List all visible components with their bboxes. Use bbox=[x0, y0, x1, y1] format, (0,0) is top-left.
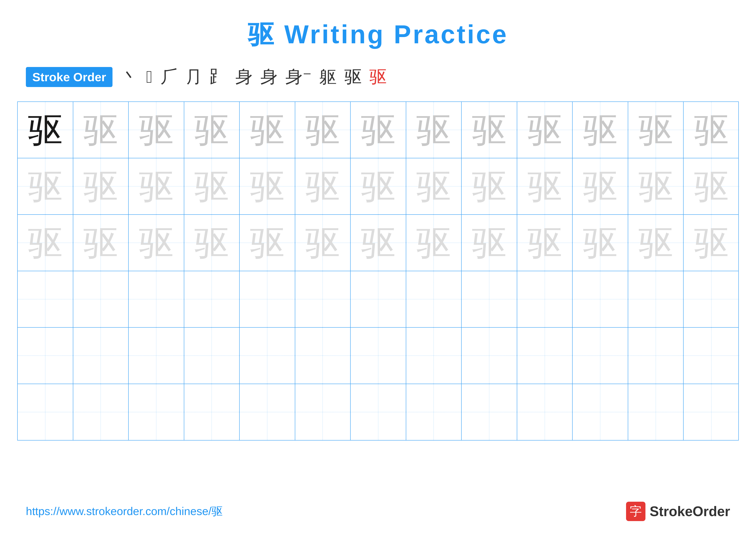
grid-cell-5-5[interactable] bbox=[240, 328, 295, 384]
grid-cell-3-5[interactable]: 驱 bbox=[240, 215, 295, 271]
stroke-order-badge: Stroke Order bbox=[26, 67, 113, 87]
grid-cell-6-7[interactable] bbox=[351, 384, 406, 440]
footer-url[interactable]: https://www.strokeorder.com/chinese/驱 bbox=[26, 504, 223, 519]
grid-cell-3-9[interactable]: 驱 bbox=[462, 215, 517, 271]
grid-cell-6-4[interactable] bbox=[184, 384, 240, 440]
grid-cell-1-1[interactable]: 驱 bbox=[18, 102, 73, 158]
grid-cell-4-13[interactable] bbox=[684, 271, 739, 327]
grid-cell-3-11[interactable]: 驱 bbox=[573, 215, 628, 271]
grid-cell-4-7[interactable] bbox=[351, 271, 406, 327]
grid-cell-5-10[interactable] bbox=[517, 328, 573, 384]
grid-cell-1-8[interactable]: 驱 bbox=[406, 102, 462, 158]
grid-cell-3-6[interactable]: 驱 bbox=[295, 215, 351, 271]
grid-cell-2-4[interactable]: 驱 bbox=[184, 158, 240, 214]
grid-cell-1-5[interactable]: 驱 bbox=[240, 102, 295, 158]
grid-cell-5-1[interactable] bbox=[18, 328, 73, 384]
grid-cell-6-2[interactable] bbox=[73, 384, 129, 440]
grid-cell-3-3[interactable]: 驱 bbox=[129, 215, 184, 271]
grid-cell-6-5[interactable] bbox=[240, 384, 295, 440]
grid-cell-4-9[interactable] bbox=[462, 271, 517, 327]
grid-cell-1-4[interactable]: 驱 bbox=[184, 102, 240, 158]
grid-cell-1-2[interactable]: 驱 bbox=[73, 102, 129, 158]
character-guide: 驱 bbox=[305, 113, 340, 147]
grid-cell-5-9[interactable] bbox=[462, 328, 517, 384]
grid-cell-1-9[interactable]: 驱 bbox=[462, 102, 517, 158]
grid-cell-3-10[interactable]: 驱 bbox=[517, 215, 573, 271]
grid-cell-2-7[interactable]: 驱 bbox=[351, 158, 406, 214]
footer-logo: 字 StrokeOrder bbox=[626, 502, 730, 521]
grid-cell-6-13[interactable] bbox=[684, 384, 739, 440]
grid-cell-3-8[interactable]: 驱 bbox=[406, 215, 462, 271]
grid-cell-6-1[interactable] bbox=[18, 384, 73, 440]
grid-cell-6-12[interactable] bbox=[628, 384, 684, 440]
grid-cell-3-2[interactable]: 驱 bbox=[73, 215, 129, 271]
character-guide: 驱 bbox=[638, 113, 673, 147]
character-guide: 驱 bbox=[361, 225, 395, 260]
grid-cell-6-6[interactable] bbox=[295, 384, 351, 440]
grid-cell-5-12[interactable] bbox=[628, 328, 684, 384]
grid-row-5 bbox=[18, 328, 738, 384]
grid-cell-5-4[interactable] bbox=[184, 328, 240, 384]
grid-cell-1-6[interactable]: 驱 bbox=[295, 102, 351, 158]
grid-cell-2-1[interactable]: 驱 bbox=[18, 158, 73, 214]
grid-cell-5-3[interactable] bbox=[129, 328, 184, 384]
grid-cell-3-13[interactable]: 驱 bbox=[684, 215, 739, 271]
grid-cell-5-11[interactable] bbox=[573, 328, 628, 384]
grid-cell-2-3[interactable]: 驱 bbox=[129, 158, 184, 214]
character-guide: 驱 bbox=[694, 169, 729, 204]
grid-cell-6-10[interactable] bbox=[517, 384, 573, 440]
grid-cell-6-9[interactable] bbox=[462, 384, 517, 440]
grid-cell-1-11[interactable]: 驱 bbox=[573, 102, 628, 158]
grid-cell-5-8[interactable] bbox=[406, 328, 462, 384]
footer: https://www.strokeorder.com/chinese/驱 字 … bbox=[0, 502, 756, 521]
grid-cell-3-1[interactable]: 驱 bbox=[18, 215, 73, 271]
character-guide: 驱 bbox=[305, 225, 340, 260]
grid-cell-4-11[interactable] bbox=[573, 271, 628, 327]
grid-cell-4-2[interactable] bbox=[73, 271, 129, 327]
grid-cell-4-5[interactable] bbox=[240, 271, 295, 327]
grid-cell-4-12[interactable] bbox=[628, 271, 684, 327]
character-guide: 驱 bbox=[417, 169, 451, 204]
grid-cell-2-8[interactable]: 驱 bbox=[406, 158, 462, 214]
grid-cell-1-13[interactable]: 驱 bbox=[684, 102, 739, 158]
grid-cell-2-6[interactable]: 驱 bbox=[295, 158, 351, 214]
stroke-4: ⺆ bbox=[185, 65, 202, 89]
grid-cell-1-12[interactable]: 驱 bbox=[628, 102, 684, 158]
grid-cell-2-11[interactable]: 驱 bbox=[573, 158, 628, 214]
character-guide: 驱 bbox=[194, 225, 229, 260]
grid-cell-6-8[interactable] bbox=[406, 384, 462, 440]
character-guide: 驱 bbox=[527, 113, 562, 147]
grid-cell-5-2[interactable] bbox=[73, 328, 129, 384]
grid-cell-5-6[interactable] bbox=[295, 328, 351, 384]
grid-cell-2-13[interactable]: 驱 bbox=[684, 158, 739, 214]
grid-cell-2-12[interactable]: 驱 bbox=[628, 158, 684, 214]
grid-cell-1-7[interactable]: 驱 bbox=[351, 102, 406, 158]
grid-cell-4-8[interactable] bbox=[406, 271, 462, 327]
grid-cell-6-11[interactable] bbox=[573, 384, 628, 440]
grid-cell-3-4[interactable]: 驱 bbox=[184, 215, 240, 271]
character-guide: 驱 bbox=[638, 225, 673, 260]
grid-cell-2-2[interactable]: 驱 bbox=[73, 158, 129, 214]
grid-cell-3-12[interactable]: 驱 bbox=[628, 215, 684, 271]
grid-cell-1-3[interactable]: 驱 bbox=[129, 102, 184, 158]
grid-row-4 bbox=[18, 271, 738, 328]
grid-cell-4-10[interactable] bbox=[517, 271, 573, 327]
character-guide: 驱 bbox=[583, 113, 617, 147]
grid-cell-4-4[interactable] bbox=[184, 271, 240, 327]
grid-cell-5-7[interactable] bbox=[351, 328, 406, 384]
stroke-11: 驱 bbox=[369, 65, 387, 89]
grid-cell-1-10[interactable]: 驱 bbox=[517, 102, 573, 158]
stroke-9: 躯 bbox=[319, 65, 337, 89]
character-guide: 驱 bbox=[194, 113, 229, 147]
grid-cell-4-3[interactable] bbox=[129, 271, 184, 327]
character-guide: 驱 bbox=[361, 113, 395, 147]
grid-cell-2-10[interactable]: 驱 bbox=[517, 158, 573, 214]
grid-cell-2-9[interactable]: 驱 bbox=[462, 158, 517, 214]
character-guide: 驱 bbox=[139, 225, 174, 260]
grid-cell-3-7[interactable]: 驱 bbox=[351, 215, 406, 271]
grid-cell-2-5[interactable]: 驱 bbox=[240, 158, 295, 214]
grid-cell-6-3[interactable] bbox=[129, 384, 184, 440]
grid-cell-4-6[interactable] bbox=[295, 271, 351, 327]
grid-cell-4-1[interactable] bbox=[18, 271, 73, 327]
grid-cell-5-13[interactable] bbox=[684, 328, 739, 384]
